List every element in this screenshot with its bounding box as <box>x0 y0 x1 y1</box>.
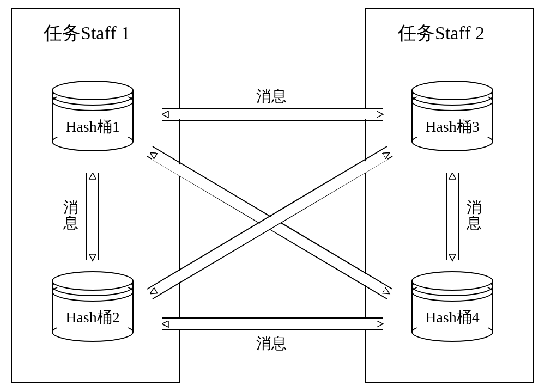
svg-line-11 <box>154 155 385 291</box>
diagram-canvas: 任务Staff 1 任务Staff 2 Hash桶1 Hash桶2 Hash桶3 <box>0 0 545 392</box>
arrow-b1-b3 <box>162 108 383 120</box>
svg-line-7 <box>147 156 387 299</box>
msg-label-left: 消息 <box>63 199 78 231</box>
svg-line-8 <box>154 155 385 291</box>
arrow-b1-b4 <box>147 146 392 299</box>
hash-bucket-2-label: Hash桶2 <box>52 307 134 328</box>
staff-2-title: 任务Staff 2 <box>398 21 485 46</box>
msg-label-top: 消息 <box>256 86 287 107</box>
hash-bucket-2: Hash桶2 <box>52 271 134 342</box>
svg-line-6 <box>153 146 392 289</box>
msg-label-bottom: 消息 <box>256 333 287 354</box>
hash-bucket-3-label: Hash桶3 <box>411 117 493 137</box>
hash-bucket-4-label: Hash桶4 <box>411 307 493 328</box>
svg-line-10 <box>153 156 392 299</box>
hash-bucket-1-label: Hash桶1 <box>52 117 134 137</box>
hash-bucket-3: Hash桶3 <box>411 81 493 151</box>
arrow-b2-b3 <box>147 146 392 299</box>
hash-bucket-4: Hash桶4 <box>411 271 493 342</box>
arrow-b2-b4 <box>162 318 383 330</box>
hash-bucket-1: Hash桶1 <box>52 81 134 151</box>
staff-1-title: 任务Staff 1 <box>44 21 130 46</box>
svg-line-9 <box>147 146 387 289</box>
msg-label-right: 消息 <box>467 199 482 231</box>
